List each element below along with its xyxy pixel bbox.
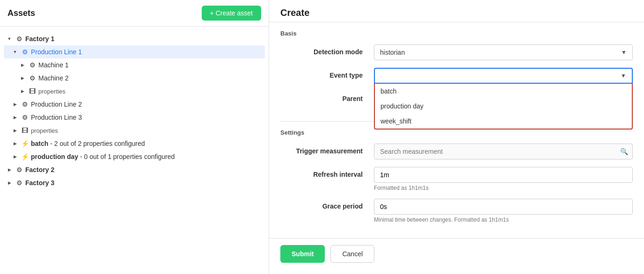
search-input-wrapper: 🔍 bbox=[374, 144, 633, 159]
event-type-control: ▼ batch production day week_shift bbox=[374, 68, 633, 84]
chevron-icon bbox=[11, 140, 19, 147]
bolt-icon: ⚡ bbox=[21, 152, 29, 161]
node-label: batch - 2 out of 2 properties configured bbox=[31, 140, 145, 147]
tree-item-properties2[interactable]: 🎞 properties bbox=[4, 124, 265, 137]
gear-icon: ⚙ bbox=[15, 35, 23, 43]
cancel-button[interactable]: Cancel bbox=[330, 245, 374, 263]
chevron-down-icon: ▼ bbox=[621, 49, 627, 56]
trigger-measurement-input[interactable] bbox=[374, 144, 633, 159]
settings-section-title: Settings bbox=[280, 129, 633, 136]
basis-section: Basis Detection mode historian ▼ Event t… bbox=[269, 22, 644, 121]
page-title: Create bbox=[269, 0, 644, 22]
grace-period-input[interactable] bbox=[374, 199, 633, 215]
gear-icon: ⚙ bbox=[21, 48, 29, 56]
parent-label: Parent bbox=[280, 91, 374, 102]
tree-item-machine1[interactable]: ⚙ Machine 1 bbox=[4, 58, 265, 72]
refresh-interval-input[interactable] bbox=[374, 167, 633, 183]
node-label: Production Line 3 bbox=[31, 114, 82, 121]
submit-button[interactable]: Submit bbox=[280, 245, 325, 263]
event-type-option-production-day[interactable]: production day bbox=[375, 99, 632, 114]
bolt-icon: ⚡ bbox=[21, 139, 29, 148]
chevron-icon bbox=[19, 74, 26, 82]
tree-item-factory2[interactable]: ⚙ Factory 2 bbox=[4, 163, 265, 176]
chevron-down-icon: ▼ bbox=[621, 72, 626, 79]
detection-mode-control: historian ▼ bbox=[374, 44, 633, 60]
gear-icon: ⚙ bbox=[15, 179, 23, 187]
chevron-icon bbox=[6, 166, 13, 173]
left-header: Assets + Create asset bbox=[0, 0, 269, 27]
chevron-icon bbox=[11, 153, 19, 160]
refresh-interval-label: Refresh interval bbox=[280, 167, 374, 178]
event-type-label: Event type bbox=[280, 68, 374, 79]
node-label: properties bbox=[38, 88, 66, 95]
tree-item-prodline2[interactable]: ⚙ Production Line 2 bbox=[4, 98, 265, 111]
node-label: Factory 3 bbox=[25, 179, 54, 187]
gear-icon: ⚙ bbox=[28, 74, 37, 82]
left-panel: Assets + Create asset ⚙ Factory 1 ⚙ Prod… bbox=[0, 0, 269, 274]
chevron-icon bbox=[19, 87, 26, 95]
grace-period-label: Grace period bbox=[280, 199, 374, 210]
event-type-row: Event type ▼ batch production day week_s… bbox=[280, 68, 633, 84]
trigger-measurement-control: 🔍 bbox=[374, 144, 633, 159]
settings-section: Settings Trigger measurement 🔍 Refresh i… bbox=[269, 122, 644, 238]
node-label: Factory 1 bbox=[25, 35, 54, 43]
tree-item-prodday[interactable]: ⚡ production day - 0 out of 1 properties… bbox=[4, 150, 265, 163]
node-label: Machine 2 bbox=[38, 74, 69, 82]
refresh-interval-hint: Formatted as 1h1m1s bbox=[374, 185, 633, 191]
trigger-measurement-row: Trigger measurement 🔍 bbox=[280, 144, 633, 159]
node-label: production day - 0 out of 1 properties c… bbox=[31, 153, 175, 160]
refresh-interval-control: Formatted as 1h1m1s bbox=[374, 167, 633, 191]
grace-period-hint: Minimal time between changes. Formatted … bbox=[374, 216, 633, 223]
tree-item-factory1[interactable]: ⚙ Factory 1 bbox=[4, 32, 265, 45]
event-type-dropdown-trigger[interactable]: ▼ bbox=[374, 68, 633, 84]
film-icon: 🎞 bbox=[28, 87, 37, 95]
chevron-icon bbox=[19, 61, 26, 69]
chevron-icon bbox=[11, 127, 19, 134]
detection-mode-label: Detection mode bbox=[280, 44, 374, 56]
gear-icon: ⚙ bbox=[21, 100, 29, 108]
node-label: properties bbox=[31, 127, 58, 134]
basis-section-title: Basis bbox=[280, 30, 633, 37]
detection-mode-row: Detection mode historian ▼ bbox=[280, 44, 633, 60]
event-type-dropdown-list: batch production day week_shift bbox=[374, 84, 633, 130]
search-icon: 🔍 bbox=[620, 148, 628, 155]
event-type-option-batch[interactable]: batch bbox=[375, 84, 632, 99]
chevron-icon bbox=[11, 114, 19, 121]
detection-mode-value: historian bbox=[380, 49, 405, 56]
create-asset-button[interactable]: + Create asset bbox=[202, 6, 261, 21]
node-label: Production Line 1 bbox=[31, 48, 82, 56]
tree-item-prodline1[interactable]: ⚙ Production Line 1 bbox=[4, 45, 265, 58]
refresh-interval-row: Refresh interval Formatted as 1h1m1s bbox=[280, 167, 633, 191]
event-type-option-week-shift[interactable]: week_shift bbox=[375, 114, 632, 129]
gear-icon: ⚙ bbox=[21, 113, 29, 122]
tree-item-prodline3[interactable]: ⚙ Production Line 3 bbox=[4, 111, 265, 124]
chevron-icon bbox=[6, 35, 13, 43]
tree-item-machine2[interactable]: ⚙ Machine 2 bbox=[4, 72, 265, 85]
node-label: Factory 2 bbox=[25, 166, 54, 173]
form-footer: Submit Cancel bbox=[269, 238, 644, 269]
asset-tree: ⚙ Factory 1 ⚙ Production Line 1 ⚙ Machin… bbox=[0, 27, 269, 274]
tree-item-properties1[interactable]: 🎞 properties bbox=[4, 85, 265, 98]
node-label: Machine 1 bbox=[38, 61, 69, 69]
trigger-measurement-label: Trigger measurement bbox=[280, 144, 374, 155]
film-icon: 🎞 bbox=[21, 126, 29, 135]
chevron-icon bbox=[11, 101, 19, 108]
event-type-dropdown-wrapper: ▼ batch production day week_shift bbox=[374, 68, 633, 84]
right-panel: Create Basis Detection mode historian ▼ … bbox=[269, 0, 644, 274]
grace-period-control: Minimal time between changes. Formatted … bbox=[374, 199, 633, 223]
assets-title: Assets bbox=[7, 8, 35, 18]
tree-item-batch[interactable]: ⚡ batch - 2 out of 2 properties configur… bbox=[4, 137, 265, 150]
chevron-icon bbox=[11, 48, 19, 56]
detection-mode-select[interactable]: historian ▼ bbox=[374, 44, 633, 60]
gear-icon: ⚙ bbox=[28, 61, 37, 69]
node-label: Production Line 2 bbox=[31, 101, 82, 108]
grace-period-row: Grace period Minimal time between change… bbox=[280, 199, 633, 223]
tree-item-factory3[interactable]: ⚙ Factory 3 bbox=[4, 176, 265, 189]
gear-icon: ⚙ bbox=[15, 166, 23, 174]
chevron-icon bbox=[6, 179, 13, 187]
